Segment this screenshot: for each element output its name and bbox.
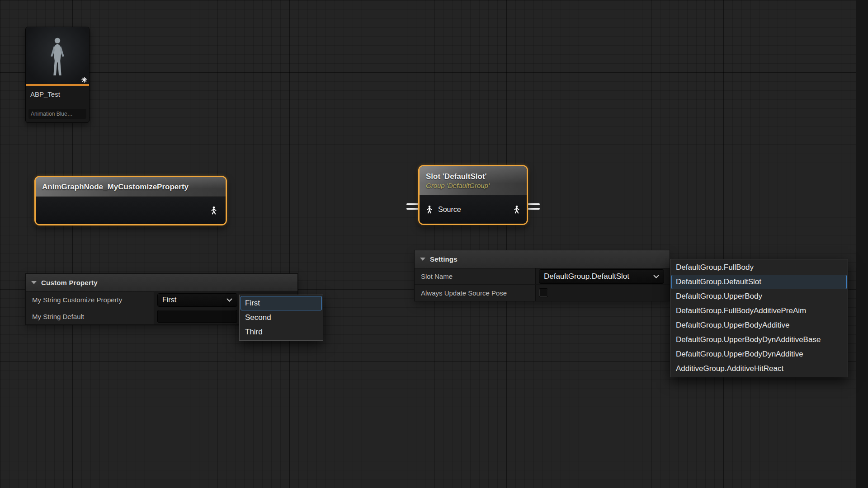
asset-thumbnail — [26, 27, 89, 84]
property-label: My String Customize Property — [26, 292, 154, 308]
pose-wire-stub-right — [528, 208, 540, 210]
graph-right-edge — [856, 0, 868, 488]
pose-output-pin[interactable] — [209, 206, 218, 215]
property-value-cell — [536, 285, 670, 301]
dropdown-item[interactable]: DefaultGroup.FullBody — [671, 260, 847, 275]
blueprint-graph-canvas[interactable]: ABP_Test Animation Blue… AnimGraphNode_M… — [0, 0, 868, 488]
my-string-customize-dropdown[interactable]: First — [157, 293, 237, 307]
mannequin-thumbnail-icon — [46, 36, 69, 83]
property-row-always-update-source-pose: Always Update Source Pose — [415, 285, 670, 301]
pose-wire-stub-right — [528, 203, 540, 205]
string-dropdown-popup: First Second Third — [239, 295, 323, 341]
dropdown-item[interactable]: DefaultGroup.FullBodyAdditivePreAim — [671, 304, 847, 318]
node-body: Source — [420, 195, 527, 224]
node-body — [36, 197, 226, 224]
property-label: Slot Name — [415, 268, 536, 284]
my-string-default-input[interactable] — [157, 310, 237, 323]
dropdown-item[interactable]: DefaultGroup.UpperBody — [671, 289, 847, 304]
settings-header-label: Settings — [430, 255, 458, 263]
node-header[interactable]: AnimGraphNode_MyCustomizeProperty — [36, 177, 226, 197]
asset-title: ABP_Test — [26, 86, 89, 109]
dropdown-item[interactable]: DefaultGroup.UpperBodyAdditive — [671, 318, 847, 333]
custom-property-header[interactable]: Custom Property — [26, 274, 297, 292]
pose-wire-stub-left — [406, 203, 419, 205]
chevron-down-icon — [226, 298, 232, 302]
dropdown-item[interactable]: Third — [241, 325, 322, 339]
source-pose-input-pin-icon[interactable] — [425, 205, 434, 214]
node-title: AnimGraphNode_MyCustomizeProperty — [42, 183, 219, 192]
property-row-slot-name: Slot Name DefaultGroup.DefaultSlot — [415, 268, 670, 285]
dropdown-item[interactable]: First — [241, 296, 322, 310]
dropdown-item[interactable]: AdditiveGroup.AdditiveHitReact — [671, 361, 847, 376]
always-update-source-pose-checkbox[interactable] — [539, 288, 548, 297]
pose-output-pin-icon[interactable] — [512, 205, 521, 214]
expander-arrow-icon — [31, 281, 37, 284]
slot-name-dropdown-popup: DefaultGroup.FullBody DefaultGroup.Defau… — [670, 259, 848, 377]
settings-header[interactable]: Settings — [415, 250, 670, 268]
node-slot-defaultslot[interactable]: Slot 'DefaultSlot' Group 'DefaultGroup' … — [418, 165, 528, 225]
slot-name-dropdown[interactable]: DefaultGroup.DefaultSlot — [539, 269, 664, 284]
dropdown-item[interactable]: DefaultGroup.UpperBodyDynAdditiveBase — [671, 333, 847, 347]
node-header[interactable]: Slot 'DefaultSlot' Group 'DefaultGroup' — [420, 166, 527, 195]
expander-arrow-icon — [420, 258, 425, 261]
property-value-cell: DefaultGroup.DefaultSlot — [536, 268, 670, 284]
pose-wire-stub-left — [406, 208, 419, 210]
asset-tile-abp-test[interactable]: ABP_Test Animation Blue… — [25, 27, 90, 123]
dropdown-item[interactable]: DefaultGroup.UpperBodyDynAdditive — [671, 347, 847, 361]
dropdown-value: First — [162, 296, 176, 304]
node-subtitle: Group 'DefaultGroup' — [426, 182, 520, 189]
source-pin-label: Source — [438, 206, 461, 214]
property-label: Always Update Source Pose — [415, 285, 536, 301]
dropdown-value: DefaultGroup.DefaultSlot — [544, 272, 629, 281]
chevron-down-icon — [653, 275, 659, 278]
custom-property-header-label: Custom Property — [41, 279, 98, 286]
dropdown-item[interactable]: DefaultGroup.DefaultSlot — [671, 275, 847, 289]
node-animgraphnode-mycustomizeproperty[interactable]: AnimGraphNode_MyCustomizeProperty — [34, 176, 227, 225]
dropdown-item[interactable]: Second — [241, 310, 322, 325]
unsaved-changes-asterisk-icon — [81, 76, 88, 83]
property-label: My String Default — [26, 308, 154, 324]
person-pose-icon — [209, 206, 218, 215]
settings-panel: Settings Slot Name DefaultGroup.DefaultS… — [414, 250, 670, 301]
asset-type-label: Animation Blue… — [28, 109, 86, 119]
node-title: Slot 'DefaultSlot' — [426, 172, 520, 181]
